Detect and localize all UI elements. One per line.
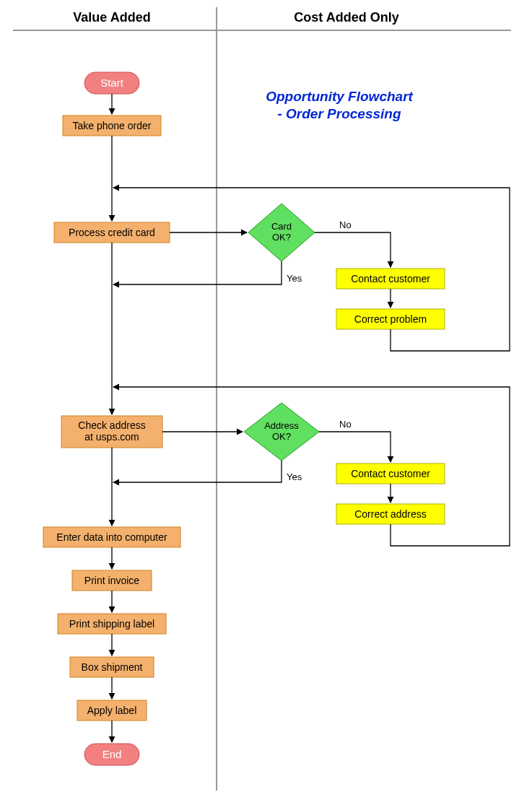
node-start-label: Start [100, 77, 124, 89]
node-contact-customer-card-label: Contact customer [351, 273, 430, 284]
node-end-label: End [103, 748, 122, 760]
header-left: Value Added [73, 10, 150, 25]
edge-correct-problem-feedback [113, 188, 510, 351]
node-print-label: Print shipping label [58, 614, 166, 634]
chart-title-line2: - Order Processing [277, 106, 401, 121]
node-end: End [84, 744, 139, 765]
label-addrok-no: No [339, 419, 352, 430]
node-check-address-l1: Check address [78, 419, 145, 431]
node-box-label: Box shipment [82, 661, 143, 673]
edge-cardok-yes [113, 261, 282, 284]
node-print-invoice: Print invoice [72, 570, 152, 591]
node-take-order-label: Take phone order [73, 120, 152, 131]
node-address-ok-l1: Address [264, 420, 299, 431]
edge-addrok-yes [113, 461, 282, 482]
node-check-address: Check address at usps.com [61, 416, 162, 448]
node-contact-customer-addr: Contact customer [336, 464, 445, 484]
node-card-ok-label1: Card [271, 221, 292, 232]
node-print-invoice-label: Print invoice [84, 575, 139, 586]
node-correct-address: Correct address [336, 504, 445, 524]
node-check-address-l2: at usps.com [84, 431, 139, 443]
node-box: Box shipment [70, 657, 154, 677]
node-contact-customer-card: Contact customer [336, 269, 445, 289]
header-right: Cost Added Only [294, 10, 398, 25]
flowchart-canvas: Value Added Cost Added Only Opportunity … [0, 0, 532, 805]
label-addrok-yes: Yes [287, 471, 302, 482]
edge-cardok-no [315, 232, 391, 267]
label-cardok-no: No [339, 219, 352, 230]
node-correct-address-label: Correct address [354, 508, 427, 520]
chart-title-line1: Opportunity Flowchart [266, 89, 413, 104]
node-enter-data-label: Enter data into computer [56, 531, 167, 543]
node-apply-label-label: Apply label [87, 705, 137, 716]
node-contact-customer-addr-label: Contact customer [351, 468, 430, 479]
node-start: Start [84, 72, 139, 94]
node-correct-problem-label: Correct problem [354, 313, 427, 325]
label-cardok-yes: Yes [287, 273, 302, 284]
node-address-ok: Address OK? [244, 403, 319, 461]
node-enter-data: Enter data into computer [43, 527, 180, 547]
node-card-ok-label2: OK? [272, 232, 291, 243]
edge-addrok-no [319, 432, 391, 462]
node-process-card-label: Process credit card [69, 227, 155, 238]
node-address-ok-l2: OK? [272, 431, 291, 442]
node-print-label-label: Print shipping label [69, 618, 154, 630]
edge-correct-address-feedback [113, 387, 510, 546]
node-process-card: Process credit card [54, 222, 170, 243]
node-correct-problem: Correct problem [336, 309, 445, 329]
node-apply-label: Apply label [77, 700, 147, 721]
node-take-order: Take phone order [63, 116, 161, 136]
node-card-ok: Card OK? [248, 204, 315, 261]
